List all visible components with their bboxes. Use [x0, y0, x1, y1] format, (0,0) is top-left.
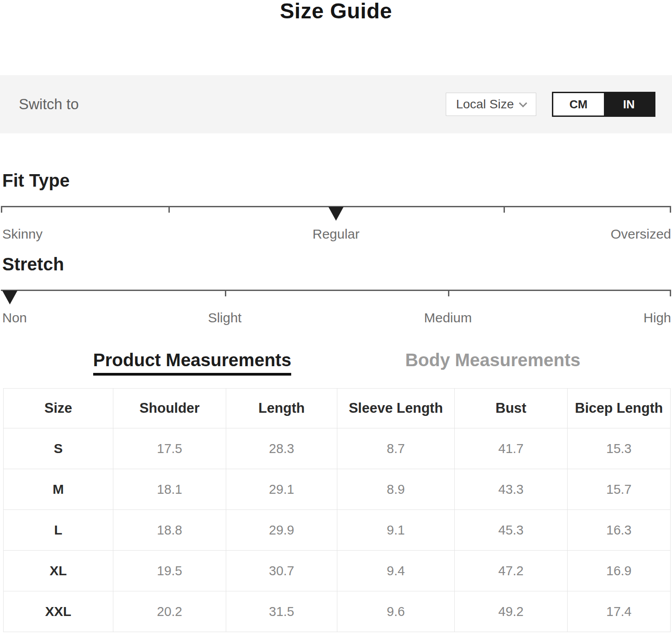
size-cell: L: [4, 510, 113, 551]
value-cell: 29.9: [226, 510, 337, 551]
cm-button[interactable]: CM: [553, 93, 604, 115]
header-cell-length: Length: [226, 389, 337, 428]
slider-marker-icon: [328, 207, 344, 221]
value-cell: 45.3: [455, 510, 568, 551]
stretch-slider-labels: Non Slight Medium High: [1, 310, 671, 326]
tab-col-left: Product Measurements: [0, 351, 336, 376]
stretch-label-slight: Slight: [208, 310, 241, 326]
table-row: L 18.8 29.9 9.1 45.3 16.3: [4, 510, 671, 551]
value-cell: 49.2: [455, 591, 568, 632]
value-cell: 17.4: [568, 591, 671, 632]
slider-tick: [1, 206, 2, 213]
fit-label-regular: Regular: [312, 226, 359, 242]
value-cell: 17.5: [113, 428, 226, 469]
size-cell: S: [4, 428, 113, 469]
measurement-tabs: Product Measurements Body Measurements: [0, 351, 672, 376]
value-cell: 30.7: [226, 551, 337, 591]
table-row: XXL 20.2 31.5 9.6 49.2 17.4: [4, 591, 671, 632]
slider-tick: [670, 290, 671, 296]
value-cell: 9.4: [337, 551, 455, 591]
size-cell: XXL: [4, 591, 113, 632]
stretch-label-high: High: [643, 310, 671, 326]
value-cell: 31.5: [226, 591, 337, 632]
value-cell: 15.3: [568, 428, 671, 469]
fit-type-slider-track: [1, 206, 671, 207]
size-cell: XL: [4, 551, 113, 591]
value-cell: 18.1: [113, 469, 226, 510]
slider-tick: [670, 206, 671, 213]
fit-type-heading: Fit Type: [2, 171, 672, 189]
switch-to-label: Switch to: [19, 96, 79, 113]
slider-tick: [504, 206, 505, 213]
local-size-dropdown[interactable]: Local Size: [446, 93, 536, 116]
fit-type-slider-labels: Skinny Regular Oversized: [1, 226, 671, 242]
value-cell: 19.5: [113, 551, 226, 591]
value-cell: 8.7: [337, 428, 455, 469]
fit-label-oversized: Oversized: [611, 226, 671, 242]
tab-product-measurements[interactable]: Product Measurements: [93, 351, 291, 376]
value-cell: 41.7: [455, 428, 568, 469]
value-cell: 18.8: [113, 510, 226, 551]
value-cell: 9.1: [337, 510, 455, 551]
stretch-label-medium: Medium: [424, 310, 472, 326]
value-cell: 20.2: [113, 591, 226, 632]
stretch-heading: Stretch: [2, 255, 672, 273]
fit-type-slider: Skinny Regular Oversized: [1, 206, 671, 242]
chevron-down-icon: [519, 99, 527, 107]
value-cell: 8.9: [337, 469, 455, 510]
stretch-label-non: Non: [2, 310, 27, 326]
size-cell: M: [4, 469, 113, 510]
unit-bar-controls: Local Size CM IN: [446, 92, 655, 117]
measurement-table: Size Shoulder Length Sleeve Length Bust …: [3, 388, 671, 632]
value-cell: 43.3: [455, 469, 568, 510]
page-title: Size Guide: [0, 0, 672, 22]
header-cell-shoulder: Shoulder: [113, 389, 226, 428]
unit-toggle: CM IN: [552, 92, 655, 117]
header-cell-bicep-length: Bicep Length: [568, 389, 671, 428]
value-cell: 29.1: [226, 469, 337, 510]
tab-col-right: Body Measurements: [336, 351, 672, 376]
header-cell-bust: Bust: [455, 389, 568, 428]
value-cell: 47.2: [455, 551, 568, 591]
table-row: XL 19.5 30.7 9.4 47.2 16.9: [4, 551, 671, 591]
stretch-slider-track: [1, 290, 671, 291]
slider-tick: [225, 290, 226, 296]
header-cell-size: Size: [4, 389, 113, 428]
table-row: M 18.1 29.1 8.9 43.3 15.7: [4, 469, 671, 510]
in-button[interactable]: IN: [604, 93, 655, 115]
fit-label-skinny: Skinny: [2, 226, 43, 242]
slider-marker-icon: [2, 291, 17, 304]
value-cell: 15.7: [568, 469, 671, 510]
value-cell: 16.3: [568, 510, 671, 551]
table-header-row: Size Shoulder Length Sleeve Length Bust …: [4, 389, 671, 428]
value-cell: 28.3: [226, 428, 337, 469]
stretch-slider: Non Slight Medium High: [1, 290, 671, 326]
slider-tick: [168, 206, 170, 213]
value-cell: 9.6: [337, 591, 455, 632]
tab-body-measurements[interactable]: Body Measurements: [405, 351, 580, 376]
slider-tick: [448, 290, 449, 296]
table-row: S 17.5 28.3 8.7 41.7 15.3: [4, 428, 671, 469]
header-cell-sleeve-length: Sleeve Length: [337, 389, 455, 428]
unit-switch-bar: Switch to Local Size CM IN: [0, 75, 672, 133]
value-cell: 16.9: [568, 551, 671, 591]
local-size-label: Local Size: [456, 97, 514, 111]
